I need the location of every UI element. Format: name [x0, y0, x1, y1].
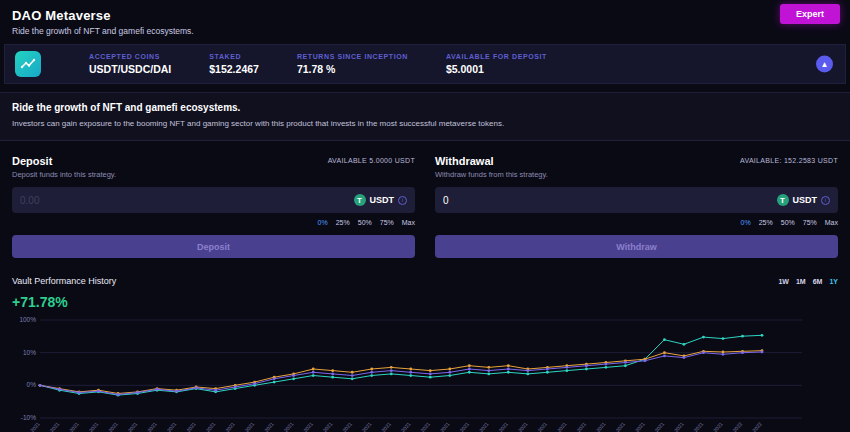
x-axis-label: 29-10-2021 [293, 421, 314, 432]
withdraw-amount-input[interactable] [443, 195, 777, 206]
data-point [526, 373, 529, 376]
percent-option[interactable]: 0% [318, 219, 328, 226]
data-point [722, 353, 725, 356]
x-axis-label: 13-11-2021 [391, 421, 412, 432]
page-subtitle: Ride the growth of NFT and gamefi ecosys… [12, 26, 838, 36]
chart-title: Vault Performance History [12, 276, 116, 286]
x-axis-label: 10-11-2021 [371, 421, 392, 432]
deposit-token-label: USDT [370, 195, 395, 205]
withdraw-available: AVAILABLE: 152.2583 USDT [740, 157, 838, 164]
x-axis-label: 20-09-2021 [39, 421, 60, 432]
series-line-metaverse [40, 335, 762, 395]
x-axis-label: 02-10-2021 [117, 421, 138, 432]
expert-button[interactable]: Expert [780, 4, 840, 24]
range-1y[interactable]: 1Y [829, 278, 838, 285]
withdraw-percent-options: 0%25%50%75%Max [435, 219, 838, 226]
data-point [683, 356, 686, 359]
withdraw-panel: Withdrawal Withdraw funds from this stra… [435, 155, 838, 258]
x-axis-label: 28-12-2021 [683, 421, 704, 432]
data-point [507, 371, 510, 374]
description-title: Ride the growth of NFT and gamefi ecosys… [12, 102, 838, 113]
data-point [722, 337, 725, 340]
data-point [546, 371, 549, 374]
info-icon[interactable]: i [821, 196, 830, 205]
data-point [761, 334, 764, 337]
data-point [390, 369, 393, 372]
percent-option[interactable]: 50% [781, 219, 795, 226]
stats-bar: ACCEPTED COINSUSDT/USDC/DAISTAKED$152.24… [4, 44, 846, 84]
data-point [604, 363, 607, 366]
withdraw-amount-box: T USDT i [435, 187, 838, 213]
x-axis-label: 16-11-2021 [410, 421, 431, 432]
x-axis-label: 26-09-2021 [78, 421, 99, 432]
data-point [331, 369, 334, 372]
data-point [370, 371, 373, 374]
x-axis-label: 14-10-2021 [195, 421, 216, 432]
strategy-description: Ride the growth of NFT and gamefi ecosys… [0, 92, 850, 141]
x-axis-label: 17-09-2021 [20, 421, 41, 432]
withdraw-subtitle: Withdraw funds from this strategy. [435, 170, 548, 179]
range-1w[interactable]: 1W [778, 278, 789, 285]
data-point [565, 366, 568, 369]
deposit-percent-options: 0%25%50%75%Max [12, 219, 415, 226]
x-axis-label: 13-12-2021 [586, 421, 607, 432]
x-axis-label: 06-01-2022 [742, 421, 763, 432]
percent-option[interactable]: 50% [358, 219, 372, 226]
chevron-up-icon: ▲ [821, 60, 829, 68]
deposit-button[interactable]: Deposit [12, 235, 415, 258]
percent-option[interactable]: 25% [336, 219, 350, 226]
x-axis-label: 19-12-2021 [625, 421, 646, 432]
range-1m[interactable]: 1M [796, 278, 806, 285]
percent-option[interactable]: 75% [380, 219, 394, 226]
range-6m[interactable]: 6M [813, 278, 823, 285]
x-axis-label: 25-12-2021 [664, 421, 685, 432]
data-point [507, 368, 510, 371]
data-point [234, 386, 237, 389]
page-title: DAO Metaverse [12, 8, 838, 23]
performance-chart-section: Vault Performance History 1W1M6M1Y +71.7… [0, 258, 850, 432]
deposit-title: Deposit [12, 155, 116, 167]
x-axis-label: 07-11-2021 [352, 421, 373, 432]
x-axis-label: 01-12-2021 [508, 421, 529, 432]
data-point [175, 390, 178, 393]
percent-option[interactable]: 0% [741, 219, 751, 226]
stat-item: ACCEPTED COINSUSDT/USDC/DAI [89, 53, 171, 75]
x-axis-label: 26-10-2021 [273, 421, 294, 432]
x-axis-label: 25-11-2021 [469, 421, 490, 432]
data-point [565, 369, 568, 372]
percent-option[interactable]: Max [402, 219, 415, 226]
series-line-eth [40, 352, 762, 395]
data-point [39, 384, 42, 387]
deposit-amount-input[interactable] [20, 195, 354, 206]
percent-option[interactable]: Max [825, 219, 838, 226]
stat-value: $152.2467 [209, 63, 259, 75]
info-icon[interactable]: i [398, 196, 407, 205]
data-point [526, 369, 529, 372]
percent-option[interactable]: 75% [803, 219, 817, 226]
usdt-token-icon: T [777, 194, 789, 206]
data-point [624, 364, 627, 367]
data-point [487, 369, 490, 372]
x-axis-label: 22-12-2021 [644, 421, 665, 432]
data-point [468, 364, 471, 367]
chart-canvas: 100%10%0%-10%17-09-202120-09-202123-09-2… [12, 314, 838, 432]
percent-option[interactable]: 25% [759, 219, 773, 226]
deposit-panel: Deposit Deposit funds into this strategy… [12, 155, 415, 258]
withdraw-token-label: USDT [793, 195, 818, 205]
usdt-token-icon: T [354, 194, 366, 206]
x-axis-label: 03-01-2022 [722, 421, 743, 432]
performance-value: +71.78% [12, 294, 838, 310]
x-axis-label: 04-11-2021 [332, 421, 353, 432]
x-axis-label: 29-09-2021 [98, 421, 119, 432]
data-point [136, 391, 139, 394]
data-point [292, 374, 295, 377]
collapse-button[interactable]: ▲ [816, 56, 833, 73]
x-axis-label: 23-10-2021 [254, 421, 275, 432]
stat-value: $5.0001 [446, 63, 547, 75]
data-point [663, 351, 666, 354]
data-point [390, 366, 393, 369]
data-point [624, 361, 627, 364]
data-point [312, 368, 315, 371]
data-point [195, 387, 198, 390]
withdraw-button[interactable]: Withdraw [435, 235, 838, 258]
